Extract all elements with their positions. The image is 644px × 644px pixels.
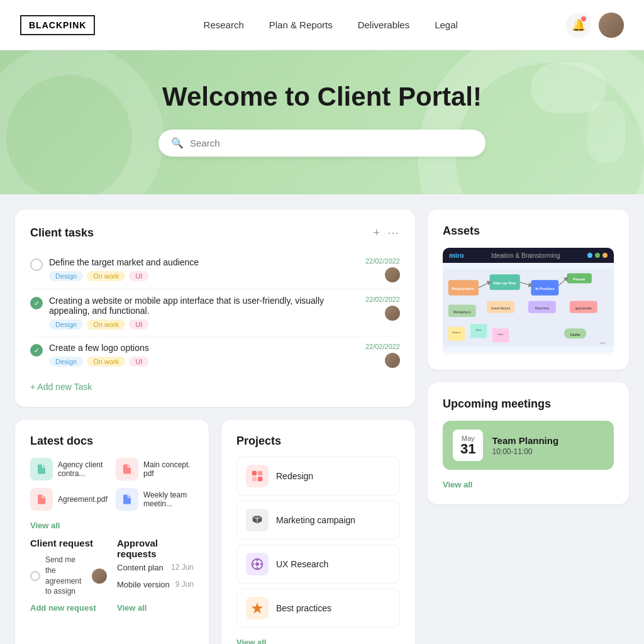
list-item[interactable]: UX Research: [236, 545, 400, 584]
task-1-title: Define the target market and audience: [49, 257, 359, 267]
client-tasks-card: Client tasks + ⋯ Define the target marke…: [15, 209, 415, 407]
task-3-tags: Design On work UI: [49, 357, 359, 367]
doc-icon-1: [30, 458, 53, 480]
miro-dot-3: [602, 253, 608, 258]
svg-text:Now: Now: [498, 333, 504, 336]
logo[interactable]: BLACKPINK: [20, 15, 95, 35]
task-checkbox-3[interactable]: ✓: [30, 344, 43, 357]
svg-text:Real time: Real time: [535, 306, 549, 310]
task-2-title: Creating a website or mobile app interfa…: [49, 296, 359, 316]
header: BLACKPINK Research Plan & Reports Delive…: [0, 0, 644, 50]
tag-onwork-2: On work: [87, 319, 125, 330]
doc-name-2: Main concept. pdf: [143, 460, 194, 478]
task-2-avatar: [385, 306, 400, 321]
list-item[interactable]: Main concept. pdf: [116, 458, 194, 480]
svg-text:Before: Before: [452, 331, 460, 334]
projects-title: Projects: [236, 435, 400, 448]
sub-row: Client request Send me the agreement to …: [30, 538, 194, 613]
notification-bell-button[interactable]: 🔔: [566, 13, 591, 38]
meeting-day: 31: [460, 442, 475, 456]
card-actions: + ⋯: [372, 225, 400, 241]
svg-text:Cache: Cache: [570, 333, 580, 336]
svg-point-5: [255, 562, 259, 566]
nav-deliverables[interactable]: Deliverables: [358, 19, 410, 30]
add-task-icon-button[interactable]: +: [372, 225, 381, 241]
task-2-date: 22/02/2022: [365, 296, 400, 303]
avatar[interactable]: [599, 13, 624, 38]
svg-rect-1: [258, 471, 262, 475]
add-request-button[interactable]: Add new request: [30, 603, 96, 613]
task-checkbox-1[interactable]: [30, 258, 43, 271]
task-checkbox-2[interactable]: ✓: [30, 297, 43, 309]
approval-item-1: Content plan 12 Jun: [117, 559, 194, 576]
task-3-content: Create a few logo options Design On work…: [49, 343, 359, 367]
client-tasks-title: Client tasks: [30, 226, 94, 240]
task-menu-button[interactable]: ⋯: [386, 225, 400, 241]
search-input[interactable]: [190, 138, 473, 148]
notification-badge: [581, 16, 586, 21]
project-icon-best: [246, 597, 269, 619]
hero-title: Welcome to Client Portal!: [20, 82, 624, 112]
upcoming-meetings-title: Upcoming meetings: [443, 397, 614, 411]
nav-legal[interactable]: Legal: [435, 19, 458, 30]
tag-design-3: Design: [49, 357, 83, 367]
task-3-date: 22/02/2022: [365, 343, 400, 350]
tag-ui-2: UI: [129, 319, 148, 330]
doc-icon-4: [116, 488, 138, 511]
approval-name-1: Content plan: [117, 563, 164, 572]
list-item[interactable]: Weekly team meetin...: [116, 488, 194, 511]
add-task-button[interactable]: + Add new Task: [30, 382, 92, 392]
request-item: Send me the agreement to assign: [30, 555, 107, 597]
latest-docs-view-all[interactable]: View all: [30, 521, 60, 530]
assets-card: Assets miro Ideation & Brainstorming: [428, 209, 629, 370]
task-1-date: 22/02/2022: [365, 257, 400, 265]
asset-preview[interactable]: miro Ideation & Brainstorming: [443, 248, 614, 355]
task-2-meta: 22/02/2022: [365, 296, 400, 321]
latest-docs-title: Latest docs: [30, 435, 194, 448]
header-actions: 🔔: [566, 13, 624, 38]
list-item[interactable]: Agreement.pdf: [30, 488, 108, 511]
request-checkbox[interactable]: [30, 571, 40, 581]
client-request-title: Client request: [30, 538, 107, 548]
approval-date-2: 9 Jun: [175, 580, 194, 589]
right-column: Assets miro Ideation & Brainstorming: [428, 209, 629, 644]
tag-ui-3: UI: [129, 357, 148, 367]
miro-dot-1: [587, 253, 592, 258]
list-item[interactable]: Agency client contra...: [30, 458, 108, 480]
meeting-card[interactable]: May 31 Team Planning 10:00-11:00: [443, 421, 614, 470]
project-name-redesign: Redesign: [276, 471, 313, 481]
tag-design: Design: [49, 271, 83, 281]
list-item[interactable]: Redesign: [236, 457, 400, 496]
avatar-image: [599, 13, 624, 38]
svg-text:appropriate: appropriate: [575, 306, 592, 310]
approval-requests-section: Approval requests Content plan 12 Jun Mo…: [117, 538, 194, 613]
meeting-time: 10:00-11:00: [492, 447, 604, 456]
nav-plan-reports[interactable]: Plan & Reports: [269, 19, 333, 30]
list-item[interactable]: Best practices: [236, 589, 400, 628]
svg-text:Sign up flow: Sign up flow: [493, 280, 516, 285]
projects-view-all[interactable]: View all: [236, 638, 266, 644]
meeting-date-box: May 31: [453, 430, 483, 461]
project-icon-redesign: [246, 465, 269, 487]
search-icon: 🔍: [171, 137, 184, 149]
doc-icon-2: [116, 458, 138, 480]
client-request-section: Client request Send me the agreement to …: [30, 538, 107, 613]
task-3-meta: 22/02/2022: [365, 343, 400, 368]
svg-text:60%: 60%: [600, 341, 606, 345]
svg-text:In Product: In Product: [535, 286, 554, 291]
list-item[interactable]: Marketing campaign: [236, 501, 400, 540]
meetings-view-all[interactable]: View all: [443, 480, 472, 489]
miro-logo: miro: [449, 252, 464, 259]
approval-view-all[interactable]: View all: [117, 603, 147, 613]
projects-card: Projects Redesign Marketing campaign: [221, 419, 415, 644]
tag-onwork: On work: [87, 271, 125, 281]
meeting-name: Team Planning: [492, 435, 604, 446]
table-row: Define the target market and audience De…: [30, 251, 400, 289]
approval-name-2: Mobile version: [117, 580, 170, 589]
nav-research[interactable]: Research: [204, 19, 244, 30]
approval-date-1: 12 Jun: [171, 563, 194, 572]
svg-rect-0: [252, 471, 257, 475]
miro-actions: [587, 253, 608, 258]
task-1-avatar: [385, 267, 400, 282]
miro-title: Ideation & Brainstorming: [491, 252, 560, 259]
